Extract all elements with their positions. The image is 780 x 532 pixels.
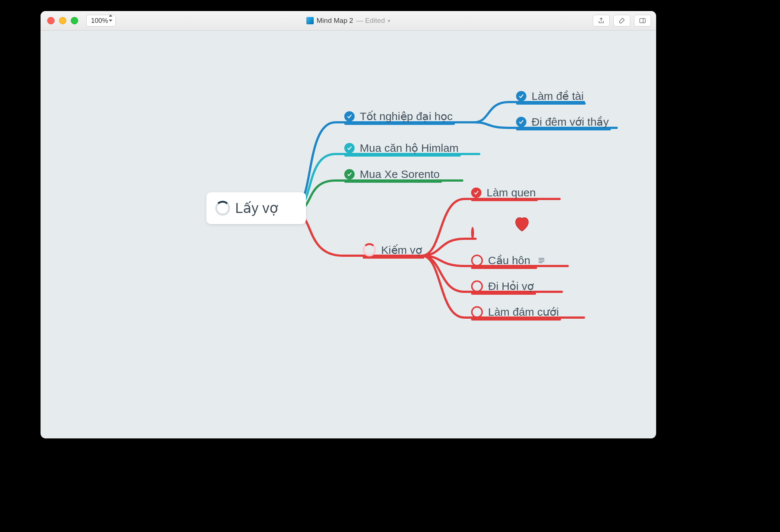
branch-underline [516,102,586,105]
leaf-blue-0[interactable]: Làm đề tài [516,90,584,102]
zoom-level-select[interactable]: 100% [86,15,116,27]
share-icon [598,17,605,24]
window-controls [41,17,78,24]
branch-label: Tốt nghiệp đại học [360,110,453,123]
zoom-window-button[interactable] [71,17,78,24]
todo-circle-icon [471,280,483,292]
zoom-level-value: 100% [91,17,108,25]
titlebar: 100% Mind Map 2 — Edited ▾ [41,11,656,31]
brush-icon [618,17,626,24]
todo-circle-icon [471,227,474,239]
branch-label: Mua căn hộ Himlam [360,141,459,154]
branch-underline [344,181,442,183]
checkmark-icon [344,143,355,153]
branch-underline [471,318,561,321]
app-icon [306,17,314,24]
checkmark-icon [344,111,355,122]
progress-spinner-icon [363,243,376,256]
leaf-label: Đi đêm với thầy [532,115,609,128]
heart-icon [512,214,532,234]
checkmark-icon [516,91,526,101]
mindmap-root-node[interactable]: Lấy vợ [206,192,306,224]
leaf-label: Cầu hôn [488,254,530,267]
branch-underline [471,199,538,201]
chevron-down-icon: ▾ [388,18,390,24]
branch-cyan[interactable]: Mua căn hộ Himlam [344,141,459,154]
checkmark-icon [471,188,481,198]
leaf-label: Đi Hỏi vợ [488,280,534,293]
branch-label: Kiếm vợ [381,244,422,256]
mindmap-canvas[interactable]: Lấy vợ Tốt nghiệp đại học Làm đề tài Đi … [41,30,656,438]
leaf-red-4[interactable]: Làm đám cưới [471,305,559,318]
branch-underline [471,293,536,295]
format-brush-button[interactable] [613,15,630,27]
svg-rect-0 [640,18,645,23]
branch-underline [516,128,611,130]
leaf-red-2[interactable]: Cầu hôn [471,254,544,267]
document-title: Mind Map 2 [317,17,353,25]
branch-blue[interactable]: Tốt nghiệp đại học [344,110,453,123]
checkmark-icon [516,117,526,127]
leaf-label: Làm đám cưới [488,305,559,318]
window-title[interactable]: Mind Map 2 — Edited ▾ [41,17,656,25]
leaf-label: Làm đề tài [532,90,584,102]
todo-circle-icon [471,255,483,266]
branch-underline [363,256,424,259]
leaf-red-3[interactable]: Đi Hỏi vợ [471,280,534,293]
close-window-button[interactable] [47,17,55,24]
progress-spinner-icon [215,201,230,216]
leaf-red-1[interactable] [471,227,478,239]
branch-green[interactable]: Mua Xe Sorento [344,168,440,181]
branch-underline [344,154,461,157]
leaf-label: Làm quen [487,186,536,199]
leaf-red-0[interactable]: Làm quen [471,186,536,199]
branch-label: Mua Xe Sorento [360,168,440,181]
document-edited-label: — Edited [356,17,385,25]
toggle-sidebar-button[interactable] [634,15,651,27]
branch-red[interactable]: Kiếm vợ [363,243,422,256]
todo-circle-icon [471,306,483,318]
root-label: Lấy vợ [235,200,278,216]
sidebar-icon [639,17,646,24]
app-window: 100% Mind Map 2 — Edited ▾ [41,11,656,438]
checkmark-icon [344,169,355,179]
branch-underline [344,123,455,125]
share-button[interactable] [593,15,610,27]
minimize-window-button[interactable] [59,17,66,24]
leaf-blue-1[interactable]: Đi đêm với thầy [516,115,609,128]
note-icon [539,258,544,263]
branch-underline [471,267,537,269]
